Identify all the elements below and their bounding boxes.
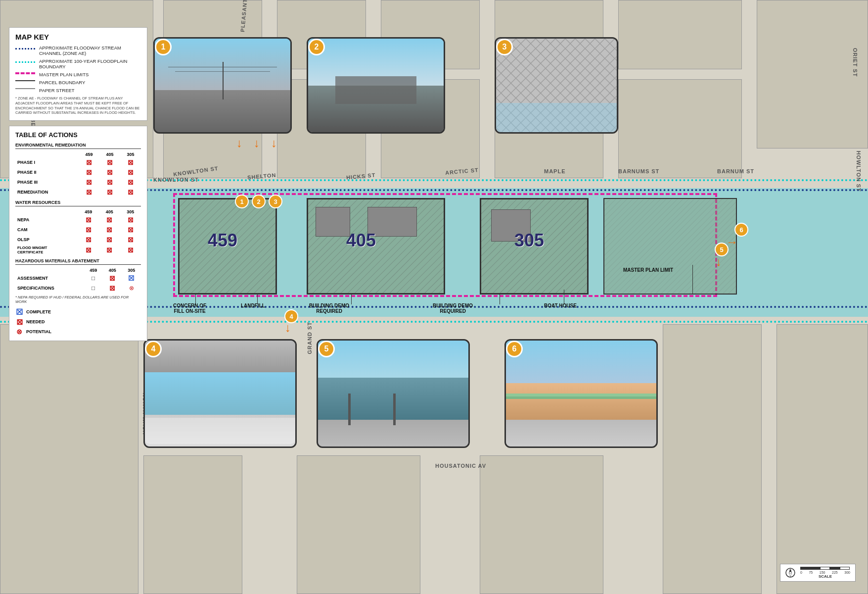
section-enviro: ENVIRONMENTAL REMEDIATION <box>15 143 141 149</box>
svg-text:N: N <box>789 569 791 572</box>
actions-box: TABLE OF ACTIONS ENVIRONMENTAL REMEDIATI… <box>9 126 147 341</box>
street-oriet: ORIET ST <box>852 48 858 77</box>
photo-badge-5: 5 <box>318 341 335 357</box>
nepa-note: * NEPA REQUIRED IF HUD / FEDERAL DOLLARS… <box>15 295 141 304</box>
phase2-305: ⊠ <box>128 168 134 176</box>
olsp-405: ⊠ <box>106 236 112 244</box>
scale-segment-1 <box>800 567 820 570</box>
key-symbol-floodplain <box>15 61 35 66</box>
arrow-down-4: ↓ <box>285 321 291 335</box>
key-symbol-masterplan <box>15 72 35 77</box>
street-grand: GRAND ST <box>307 322 313 354</box>
annotation-demo-305: BUILDING DEMOREQUIRED <box>433 303 473 314</box>
key-item-paper: PAPER STREET <box>15 88 141 93</box>
scale-text: 0 75 150 225 300 SCALE <box>800 567 850 579</box>
row-phase2: PHASE II ⊠ ⊠ ⊠ <box>15 167 141 177</box>
nepa-405: ⊠ <box>106 216 112 224</box>
scale-bar-content: N 0 75 150 225 300 SCALE <box>785 567 850 579</box>
cam-305: ⊠ <box>128 226 134 234</box>
legend-needed: ⊠ NEEDED <box>15 318 141 326</box>
row-phase3: PHASE III ⊠ ⊠ ⊠ <box>15 177 141 187</box>
map-container: 459 405 305 1 2 3 ↓ ↓ ↓ CONCERN OFFILL O… <box>0 0 868 594</box>
specs-305: ⊗ <box>129 285 134 292</box>
annotation-masterplan: MASTER PLAN LIMIT <box>623 267 673 273</box>
phase3-405: ⊠ <box>107 178 113 186</box>
map-key-title: MAP KEY <box>15 33 141 41</box>
ann-line-6 <box>692 265 693 295</box>
map-key-box: MAP KEY APPROXIMATE FLOODWAY STREAM CHAN… <box>9 27 147 121</box>
scale-label: SCALE <box>800 574 850 579</box>
annotation-fill: CONCERN OFFILL ON-SITE <box>173 303 206 314</box>
legend-symbol-complete: ☒ <box>15 308 23 316</box>
photo-3 <box>495 37 618 134</box>
legend-section: ☒ COMPLETE ⊠ NEEDED ⊗ POTENTIAL <box>15 308 141 336</box>
phase1-405: ⊠ <box>107 158 113 166</box>
photo-3-fence <box>496 39 618 134</box>
ann-line-5 <box>564 290 564 304</box>
phase3-459: ⊠ <box>86 178 92 186</box>
cam-405: ⊠ <box>106 226 112 234</box>
street-barnum: BARNUMS ST <box>618 168 659 174</box>
nepa-459: ⊠ <box>86 216 91 224</box>
street-housatonic: HOUSATONIC AV <box>435 463 486 469</box>
north-arrow: N <box>785 568 795 578</box>
specs-459: □ <box>91 285 95 292</box>
scale-segment-3 <box>830 567 840 570</box>
legend-label-complete: COMPLETE <box>26 309 51 314</box>
photo-badge-6: 6 <box>506 341 523 357</box>
water-table: 459 405 305 NEPA ⊠ ⊠ ⊠ CAM ⊠ ⊠ ⊠ OLS <box>15 209 141 255</box>
key-item-floodplain: APPROXIMATE 100-YEAR FLOODPLAIN BOUNDARY <box>15 58 141 69</box>
hazmat-table: 459 405 305 ASSESSMENT □ ⊠ ☒ SPECIFICATI… <box>15 267 141 293</box>
map-point-6: 6 <box>734 223 748 237</box>
map-point-1: 1 <box>235 195 249 208</box>
assess-305: ☒ <box>128 274 135 282</box>
key-item-parcel: PARCEL BOUNDARY <box>15 80 141 85</box>
key-label-parcel: PARCEL BOUNDARY <box>39 80 85 85</box>
photo-badge-1: 1 <box>155 39 172 55</box>
remed-405: ⊠ <box>107 188 113 196</box>
enviro-table: 459 405 305 PHASE I ⊠ ⊠ ⊠ PHASE II ⊠ ⊠ ⊠ <box>15 151 141 197</box>
row-assessment: ASSESSMENT □ ⊠ ☒ <box>15 273 141 283</box>
row-nepa: NEPA ⊠ ⊠ ⊠ <box>15 215 141 225</box>
arrow-down-3: ↓ <box>271 136 277 150</box>
section-water: WATER RESOURCES <box>15 200 141 206</box>
street-barnum2: BARNUM ST <box>717 168 754 174</box>
left-panel: MAP KEY APPROXIMATE FLOODWAY STREAM CHAN… <box>9 27 147 341</box>
flood-459: ⊠ <box>86 246 91 254</box>
scale-0: 0 <box>800 571 802 574</box>
key-note: * ZONE AE - FLOODWAY IS CHANNEL OF STREA… <box>15 96 141 115</box>
key-label-floodway: APPROXIMATE FLOODWAY STREAM CHANNEL (ZON… <box>39 45 141 56</box>
key-symbol-floodway <box>15 48 35 53</box>
phase2-459: ⊠ <box>86 168 92 176</box>
parcel-label-459: 459 <box>208 230 237 251</box>
scale-bar: N 0 75 150 225 300 SCALE <box>780 564 856 582</box>
row-olsp: OLSP ⊠ ⊠ ⊠ <box>15 235 141 245</box>
phase1-459: ⊠ <box>86 158 92 166</box>
photo-5 <box>317 339 470 448</box>
scale-150: 150 <box>820 571 825 574</box>
legend-complete: ☒ COMPLETE <box>15 308 141 316</box>
legend-symbol-potential: ⊗ <box>15 328 23 336</box>
cam-459: ⊠ <box>86 226 91 234</box>
scale-75: 75 <box>809 571 813 574</box>
north-arrow-svg: N <box>785 568 795 578</box>
row-phase1: PHASE I ⊠ ⊠ ⊠ <box>15 157 141 167</box>
arrow-down-5: ↓ <box>716 255 722 269</box>
section-hazmat: HAZARDOUS MATERIALS ABATEMENT <box>15 258 141 265</box>
remed-305: ⊠ <box>128 188 134 196</box>
scale-bar-graphic <box>800 567 850 570</box>
legend-label-needed: NEEDED <box>26 319 45 324</box>
remed-459: ⊠ <box>86 188 92 196</box>
row-remediation: REMEDIATION ⊠ ⊠ ⊠ <box>15 187 141 197</box>
assess-405: ⊠ <box>109 274 115 282</box>
photo-badge-3: 3 <box>496 39 513 55</box>
olsp-305: ⊠ <box>128 236 134 244</box>
scale-300: 300 <box>844 571 850 574</box>
phase3-305: ⊠ <box>128 178 134 186</box>
key-label-paper: PAPER STREET <box>39 88 75 93</box>
key-label-floodplain: APPROXIMATE 100-YEAR FLOODPLAIN BOUNDARY <box>39 58 141 69</box>
annotation-landfill: LANDFILL <box>241 303 265 308</box>
key-label-masterplan: MASTER PLAN LIMITS <box>39 72 89 77</box>
svg-marker-15 <box>789 573 792 577</box>
map-point-2: 2 <box>252 195 266 208</box>
